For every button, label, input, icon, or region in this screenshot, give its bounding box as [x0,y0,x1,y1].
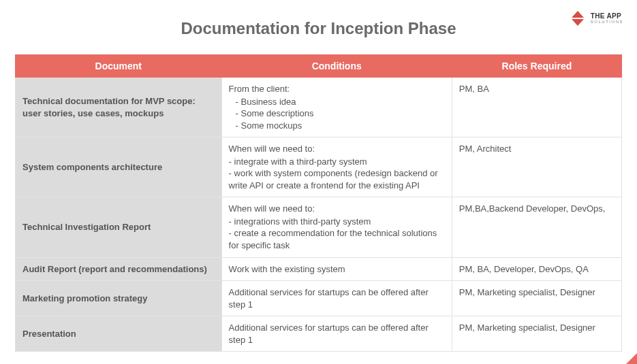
table-row: Marketing promotion strategy Additional … [16,281,622,316]
conditions-list-item: integrations with third-party system [229,216,445,228]
cell-roles: PM, BA [452,78,621,137]
table-row: Presentation Additional services for sta… [16,316,622,352]
logo-text-line2: SOLUTIONS [591,20,623,24]
conditions-intro: When will we need to: [229,143,445,155]
cell-conditions: Additional services for startups can be … [221,281,452,316]
table-row: Technical Investigation Report When will… [16,197,622,257]
page-title: Documentation for Inception Phase [0,19,637,38]
logo-text-line1: THE APP [591,13,623,20]
svg-marker-1 [572,19,584,26]
conditions-intro: When will we need to: [229,203,445,215]
conditions-list-item: Some descriptions [243,107,445,120]
cell-document: Technical Investigation Report [16,197,222,257]
conditions-list: integrations with third-party system cre… [229,216,445,252]
header-document: Document [16,55,222,78]
conditions-list-item: Business idea [243,96,445,108]
header-roles: Roles Required [452,55,621,78]
cell-document: Technical documentation for MVP scope: u… [16,78,222,137]
table-row: Audit Report (report and recommendations… [16,257,622,281]
conditions-list: integrate with a third-party system work… [229,156,445,192]
logo-triangle-icon [569,10,587,27]
header-conditions: Conditions [221,55,452,78]
cell-document: Marketing promotion strategy [16,281,222,316]
cell-roles: PM, Architect [452,137,621,197]
cell-roles: PM, Marketing specialist, Designer [452,281,621,316]
cell-roles: PM, BA, Developer, DevOps, QA [452,257,621,281]
conditions-list-item: create a recommendation for the technica… [229,227,445,251]
cell-conditions: When will we need to: integrations with … [221,197,452,257]
cell-document: Presentation [16,316,222,352]
brand-logo: THE APP SOLUTIONS [569,10,623,27]
table-row: System components architecture When will… [16,137,622,197]
conditions-list-item: Some mockups [243,120,445,132]
conditions-list: Business idea Some descriptions Some moc… [229,96,445,132]
cell-roles: PM, Marketing specialist, Designer [452,316,621,352]
svg-marker-0 [572,11,584,18]
cell-conditions: Work with the existing system [221,257,452,281]
table-container: Document Conditions Roles Required Techn… [0,54,637,352]
cell-document: Audit Report (report and recommendations… [16,257,222,281]
documentation-table: Document Conditions Roles Required Techn… [15,54,622,352]
table-row: Technical documentation for MVP scope: u… [16,78,622,137]
cell-document: System components architecture [16,137,222,197]
table-header-row: Document Conditions Roles Required [16,55,622,78]
cell-conditions: From the client: Business idea Some desc… [221,78,452,137]
corner-decoration-icon [626,353,637,364]
conditions-list-item: work with system components (redesign ba… [229,167,445,191]
cell-conditions: When will we need to: integrate with a t… [221,137,452,197]
cell-roles: PM,BA,Backend Developer, DevOps, [452,197,621,257]
conditions-list-item: integrate with a third-party system [229,156,445,168]
cell-conditions: Additional services for startups can be … [221,316,452,352]
conditions-intro: From the client: [229,83,445,95]
